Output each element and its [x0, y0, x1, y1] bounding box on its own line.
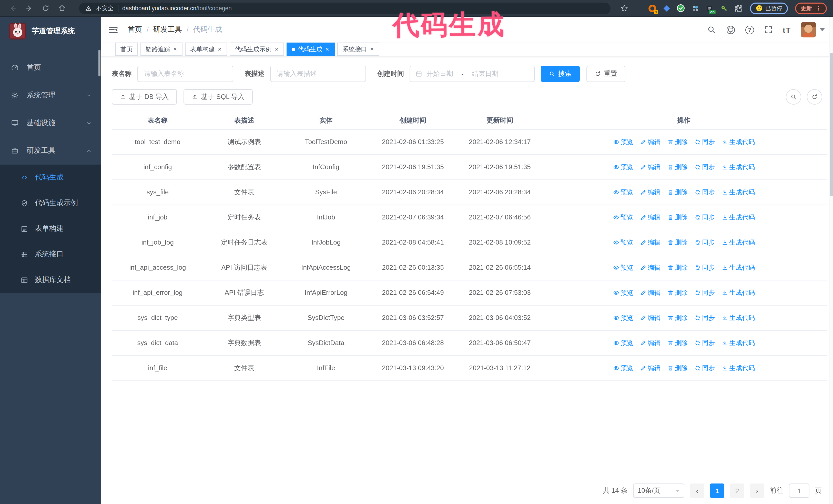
- sidebar-subitem-sliders[interactable]: 系统接口: [0, 241, 101, 267]
- browser-menu-dots-icon[interactable]: ⋮: [815, 5, 821, 11]
- action-edit[interactable]: 编辑: [640, 162, 661, 172]
- tab-首页[interactable]: 首页: [115, 43, 138, 56]
- sidebar-subitem-code[interactable]: 代码生成: [0, 165, 101, 190]
- browser-update-button[interactable]: 更新 ⋮: [795, 2, 827, 14]
- github-icon[interactable]: [726, 25, 736, 34]
- action-eye[interactable]: 预览: [613, 288, 633, 298]
- action-sync[interactable]: 同步: [694, 162, 715, 172]
- extension-orange-ring-icon[interactable]: 1: [646, 2, 658, 14]
- action-download[interactable]: 生成代码: [721, 137, 755, 147]
- action-edit[interactable]: 编辑: [640, 313, 661, 323]
- toggle-search-button[interactable]: [786, 89, 801, 104]
- browser-forward-button[interactable]: [23, 2, 36, 15]
- sidebar-item-toolbox[interactable]: 研发工具: [0, 137, 101, 165]
- action-delete[interactable]: 删除: [667, 263, 688, 273]
- action-sync[interactable]: 同步: [694, 288, 715, 298]
- extension-grid-icon[interactable]: [689, 2, 701, 14]
- tab-close-icon[interactable]: ×: [173, 46, 177, 52]
- action-download[interactable]: 生成代码: [721, 212, 755, 222]
- breadcrumb-dev-tools[interactable]: 研发工具: [153, 25, 182, 34]
- action-eye[interactable]: 预览: [613, 137, 633, 147]
- action-download[interactable]: 生成代码: [721, 162, 755, 172]
- next-page-button[interactable]: ›: [750, 483, 764, 498]
- action-edit[interactable]: 编辑: [640, 237, 661, 248]
- action-edit[interactable]: 编辑: [640, 187, 661, 197]
- action-edit[interactable]: 编辑: [640, 212, 661, 222]
- action-download[interactable]: 生成代码: [721, 237, 755, 248]
- sidebar-toggle-button[interactable]: [108, 25, 119, 35]
- action-download[interactable]: 生成代码: [721, 187, 755, 197]
- window-scrollbar[interactable]: [829, 17, 833, 504]
- extension-green-check-icon[interactable]: [675, 2, 686, 14]
- breadcrumb-home[interactable]: 首页: [128, 25, 142, 34]
- action-delete[interactable]: 删除: [667, 363, 688, 373]
- action-eye[interactable]: 预览: [613, 237, 633, 248]
- page-size-select[interactable]: 10条/页: [633, 483, 684, 498]
- app-logo-row[interactable]: 芋道管理系统: [0, 17, 101, 46]
- page-button-2[interactable]: 2: [730, 483, 744, 498]
- sidebar-subitem-shield[interactable]: 代码生成示例: [0, 190, 101, 216]
- action-sync[interactable]: 同步: [694, 187, 715, 197]
- refresh-table-button[interactable]: [807, 89, 822, 104]
- tab-close-icon[interactable]: ×: [370, 46, 374, 52]
- action-delete[interactable]: 删除: [667, 313, 688, 323]
- page-button-1[interactable]: 1: [710, 483, 724, 498]
- browser-back-button[interactable]: [6, 2, 20, 15]
- sidebar-subitem-dbtable[interactable]: 数据库文档: [0, 267, 101, 293]
- goto-page-input[interactable]: 1: [789, 483, 809, 498]
- action-delete[interactable]: 删除: [667, 162, 688, 172]
- tab-链路追踪[interactable]: 链路追踪×: [140, 43, 183, 56]
- action-delete[interactable]: 删除: [667, 212, 688, 222]
- table-desc-input[interactable]: 请输入表描述: [270, 66, 366, 82]
- action-delete[interactable]: 删除: [667, 288, 688, 298]
- action-sync[interactable]: 同步: [694, 263, 715, 273]
- import-db-button[interactable]: 基于 DB 导入: [112, 89, 177, 104]
- action-download[interactable]: 生成代码: [721, 313, 755, 323]
- extension-blue-diamond-icon[interactable]: [661, 2, 672, 14]
- tab-close-icon[interactable]: ×: [217, 46, 222, 52]
- action-download[interactable]: 生成代码: [721, 338, 755, 348]
- date-range-picker[interactable]: 开始日期 - 结束日期: [410, 66, 535, 82]
- action-eye[interactable]: 预览: [613, 338, 633, 348]
- prev-page-button[interactable]: ‹: [690, 483, 704, 498]
- action-sync[interactable]: 同步: [694, 237, 715, 248]
- bookmark-star-icon[interactable]: [619, 2, 630, 14]
- date-start-input[interactable]: 开始日期: [427, 69, 453, 78]
- reset-button[interactable]: 重置: [587, 66, 625, 82]
- profile-paused-pill[interactable]: 已暂停: [750, 2, 788, 14]
- action-sync[interactable]: 同步: [694, 137, 715, 147]
- sidebar-item-dashboard[interactable]: 首页: [0, 54, 101, 81]
- table-name-input[interactable]: 请输入表名称: [137, 66, 233, 82]
- search-button[interactable]: 搜索: [541, 66, 580, 82]
- action-edit[interactable]: 编辑: [640, 263, 661, 273]
- action-eye[interactable]: 预览: [613, 162, 633, 172]
- tab-系统接口[interactable]: 系统接口×: [337, 43, 379, 56]
- action-edit[interactable]: 编辑: [640, 338, 661, 348]
- action-edit[interactable]: 编辑: [640, 137, 661, 147]
- import-sql-button[interactable]: 基于 SQL 导入: [184, 89, 253, 104]
- address-bar[interactable]: 不安全 dashboard.yudao.iocoder.cn/tool/code…: [79, 2, 611, 14]
- action-eye[interactable]: 预览: [613, 263, 633, 273]
- help-icon[interactable]: ?: [745, 25, 754, 34]
- user-avatar[interactable]: [801, 22, 816, 38]
- action-delete[interactable]: 删除: [667, 137, 688, 147]
- extensions-puzzle-icon[interactable]: [733, 2, 744, 14]
- action-delete[interactable]: 删除: [667, 237, 688, 248]
- action-sync[interactable]: 同步: [694, 313, 715, 323]
- action-sync[interactable]: 同步: [694, 338, 715, 348]
- sidebar-item-monitor[interactable]: 基础设施: [0, 109, 101, 137]
- action-eye[interactable]: 预览: [613, 212, 633, 222]
- action-eye[interactable]: 预览: [613, 363, 633, 373]
- fullscreen-icon[interactable]: [764, 25, 773, 34]
- tab-close-icon[interactable]: ×: [325, 46, 330, 52]
- scrollbar-thumb[interactable]: [830, 53, 833, 196]
- header-search-icon[interactable]: [707, 25, 716, 34]
- font-size-icon[interactable]: tT: [783, 25, 791, 34]
- extension-green-key-icon[interactable]: [718, 2, 730, 14]
- action-sync[interactable]: 同步: [694, 363, 715, 373]
- tab-代码生成[interactable]: 代码生成×: [287, 43, 335, 56]
- action-delete[interactable]: 删除: [667, 187, 688, 197]
- sidebar-subitem-form[interactable]: 表单构建: [0, 216, 101, 241]
- browser-home-button[interactable]: [55, 2, 69, 15]
- action-download[interactable]: 生成代码: [721, 363, 755, 373]
